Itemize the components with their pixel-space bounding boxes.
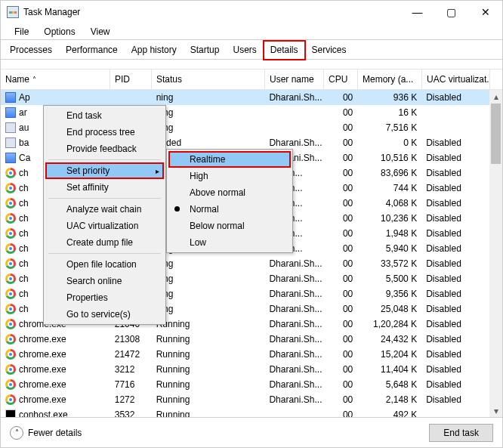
- scroll-up-icon[interactable]: ▴: [489, 90, 502, 103]
- menu-item-set-affinity[interactable]: Set affinity: [45, 179, 164, 196]
- menu-item-end-process-tree[interactable]: End process tree: [45, 124, 164, 141]
- process-name: chrome.exe: [19, 364, 66, 375]
- minimize-button[interactable]: —: [400, 1, 434, 23]
- menu-item-properties[interactable]: Properties: [45, 289, 164, 306]
- menu-item-uac-virtualization[interactable]: UAC virtualization: [45, 218, 164, 234]
- process-name: Ca: [19, 153, 30, 163]
- process-cpu: 00: [323, 183, 357, 193]
- process-cpu: 00: [323, 107, 357, 118]
- task-manager-icon: [7, 6, 19, 18]
- table-row[interactable]: chrome.exe21472RunningDharani.Sh...0015,…: [1, 347, 489, 362]
- tab-users[interactable]: Users: [226, 41, 263, 60]
- process-pid: 1272: [110, 394, 152, 405]
- menu-item-end-task[interactable]: End task: [45, 107, 164, 124]
- tab-app-history[interactable]: App history: [125, 41, 184, 60]
- process-user: Dharani.Sh...: [264, 319, 323, 329]
- process-name: ch: [19, 258, 29, 269]
- col-status[interactable]: Status: [152, 69, 265, 90]
- close-button[interactable]: ✕: [468, 1, 502, 23]
- col-user[interactable]: User name: [265, 69, 324, 90]
- process-icon: [5, 92, 16, 103]
- process-name: ch: [19, 273, 29, 284]
- process-uac: Disabled: [421, 137, 489, 148]
- process-memory: 11,404 K: [357, 364, 421, 375]
- process-name: ch: [19, 304, 29, 314]
- process-icon: [5, 153, 16, 163]
- vertical-scrollbar[interactable]: ▴ ▾: [489, 90, 502, 417]
- process-memory: 7,516 K: [357, 122, 421, 133]
- process-cpu: 00: [323, 168, 357, 178]
- process-cpu: 00: [323, 122, 357, 133]
- menu-item-go-to-service-s-[interactable]: Go to service(s): [45, 306, 164, 323]
- process-icon: [5, 379, 16, 390]
- col-uac[interactable]: UAC virtualizat...: [422, 69, 490, 90]
- process-name: chrome.exe: [19, 349, 66, 360]
- tab-processes[interactable]: Processes: [3, 41, 59, 60]
- table-row[interactable]: conhost.exe3532Running00492 K: [1, 407, 489, 417]
- col-cpu[interactable]: CPU: [324, 69, 358, 90]
- menu-file[interactable]: File: [7, 25, 36, 39]
- table-row[interactable]: chrome.exe3212RunningDharani.Sh...0011,4…: [1, 362, 489, 377]
- maximize-button[interactable]: ▢: [434, 1, 468, 23]
- menu-item-open-file-location[interactable]: Open file location: [45, 256, 164, 273]
- col-memory[interactable]: Memory (a...: [358, 69, 422, 90]
- process-name: ch: [19, 243, 29, 254]
- process-uac: Disabled: [421, 379, 489, 390]
- menu-view[interactable]: View: [83, 25, 118, 39]
- menu-options[interactable]: Options: [36, 25, 82, 39]
- process-uac: Disabled: [421, 289, 489, 299]
- table-row[interactable]: chrome.exe7716RunningDharani.Sh...005,64…: [1, 377, 489, 392]
- scroll-down-icon[interactable]: ▾: [489, 404, 502, 417]
- process-icon: [5, 228, 16, 239]
- tab-services[interactable]: Services: [305, 41, 353, 60]
- menu-item-set-priority[interactable]: Set priority▸: [45, 162, 164, 179]
- process-icon: [5, 258, 16, 269]
- priority-realtime[interactable]: Realtime: [168, 151, 291, 168]
- tab-performance[interactable]: Performance: [59, 41, 125, 60]
- process-memory: 16 K: [357, 107, 421, 118]
- process-icon: [5, 168, 16, 178]
- fewer-details-button[interactable]: ˄ Fewer details: [10, 426, 82, 440]
- menu-item-create-dump-file[interactable]: Create dump file: [45, 234, 164, 251]
- process-status: ning: [152, 304, 265, 314]
- priority-normal[interactable]: Normal: [168, 201, 291, 218]
- process-cpu: 00: [323, 198, 357, 209]
- priority-high[interactable]: High: [168, 168, 291, 184]
- process-cpu: 00: [323, 319, 357, 329]
- menu-item-analyze-wait-chain[interactable]: Analyze wait chain: [45, 201, 164, 218]
- process-user: Dharani.Sh...: [264, 289, 323, 299]
- process-memory: 15,204 K: [357, 349, 421, 360]
- process-status: ning: [152, 273, 265, 284]
- process-status: ning: [152, 289, 265, 299]
- priority-below-normal[interactable]: Below normal: [168, 218, 291, 234]
- process-uac: Disabled: [421, 304, 489, 314]
- process-memory: 10,236 K: [357, 213, 421, 224]
- table-row[interactable]: chrome.exe1272RunningDharani.Sh...002,14…: [1, 392, 489, 407]
- end-task-button[interactable]: End task: [429, 424, 493, 442]
- process-memory: 83,696 K: [357, 168, 421, 178]
- table-row[interactable]: chrome.exe21308RunningDharani.Sh...0024,…: [1, 332, 489, 347]
- process-pid: 3212: [110, 364, 152, 375]
- process-user: Dharani.Sh...: [264, 379, 323, 390]
- process-cpu: 00: [323, 153, 357, 163]
- process-icon: [5, 364, 16, 375]
- priority-submenu: RealtimeHighAbove normalNormalBelow norm…: [166, 149, 293, 253]
- menu-item-search-online[interactable]: Search online: [45, 273, 164, 289]
- process-icon: [5, 304, 16, 314]
- process-memory: 33,572 K: [357, 258, 421, 269]
- process-uac: Disabled: [421, 198, 489, 209]
- process-memory: 5,648 K: [357, 379, 421, 390]
- process-status: Running: [152, 349, 265, 360]
- col-pid[interactable]: PID: [110, 69, 152, 90]
- col-name[interactable]: Name: [1, 69, 110, 90]
- scrollbar-thumb[interactable]: [491, 104, 501, 164]
- priority-low[interactable]: Low: [168, 234, 291, 251]
- menu-item-provide-feedback[interactable]: Provide feedback: [45, 141, 164, 157]
- tab-details[interactable]: Details: [264, 41, 305, 60]
- table-row[interactable]: ApningDharani.Sh...00936 KDisabled: [1, 90, 489, 105]
- tab-startup[interactable]: Startup: [184, 41, 227, 60]
- process-memory: 25,048 K: [357, 304, 421, 314]
- process-icon: [5, 349, 16, 360]
- process-user: Dharani.Sh...: [264, 304, 323, 314]
- priority-above-normal[interactable]: Above normal: [168, 184, 291, 201]
